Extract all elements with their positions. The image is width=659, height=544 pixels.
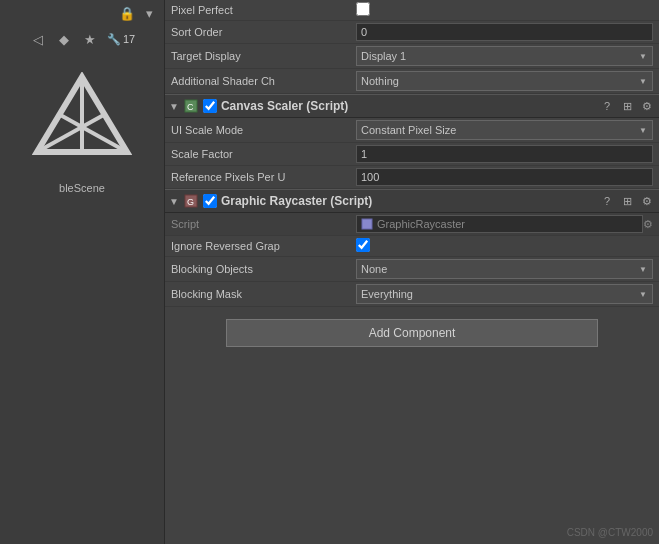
- graphic-raycaster-gear-icon[interactable]: ⚙: [639, 193, 655, 209]
- ui-scale-mode-wrapper: Constant Pixel Size Scale With Screen Si…: [356, 120, 653, 140]
- scale-factor-value: [356, 145, 653, 163]
- badge-container: 🔧 17: [107, 33, 135, 46]
- canvas-scaler-title: Canvas Scaler (Script): [221, 99, 348, 113]
- add-component-button[interactable]: Add Component: [226, 319, 598, 347]
- canvas-scaler-actions: ? ⊞ ⚙: [599, 98, 655, 114]
- toolbar-row: 🔒 ▾: [0, 0, 164, 26]
- blocking-mask-wrapper: Nothing Everything Default: [356, 284, 653, 304]
- script-file-icon: [361, 218, 373, 230]
- canvas-scaler-gear-icon[interactable]: ⚙: [639, 98, 655, 114]
- reference-pixels-label: Reference Pixels Per U: [171, 171, 356, 183]
- icon-row: ◁ ◆ ★ 🔧 17: [0, 26, 164, 52]
- script-settings-icon[interactable]: ⚙: [643, 218, 653, 231]
- additional-shader-select[interactable]: Nothing Everything: [356, 71, 653, 91]
- graphic-raycaster-enable-checkbox[interactable]: [203, 194, 217, 208]
- left-panel: 🔒 ▾ ◁ ◆ ★ 🔧 17 bleScene: [0, 0, 165, 544]
- additional-shader-wrapper: Nothing Everything: [356, 71, 653, 91]
- scale-factor-label: Scale Factor: [171, 148, 356, 160]
- blocking-objects-row: Blocking Objects None Two D Three D All: [165, 257, 659, 282]
- graphic-raycaster-help-icon[interactable]: ?: [599, 193, 615, 209]
- graphic-raycaster-edit-icon[interactable]: ⊞: [619, 193, 635, 209]
- sort-order-label: Sort Order: [171, 26, 356, 38]
- reference-pixels-input[interactable]: [356, 168, 653, 186]
- blocking-mask-select[interactable]: Nothing Everything Default: [356, 284, 653, 304]
- ui-scale-mode-label: UI Scale Mode: [171, 124, 356, 136]
- canvas-scaler-edit-icon[interactable]: ⊞: [619, 98, 635, 114]
- svg-text:G: G: [187, 197, 194, 207]
- ignore-reversed-label: Ignore Reversed Grap: [171, 240, 356, 252]
- target-display-row: Target Display Display 1 Display 2: [165, 44, 659, 69]
- target-display-wrapper: Display 1 Display 2: [356, 46, 653, 66]
- svg-text:C: C: [187, 102, 194, 112]
- canvas-scaler-header: ▼ C Canvas Scaler (Script) ? ⊞ ⚙: [165, 94, 659, 118]
- pixel-perfect-value: [356, 2, 653, 18]
- additional-shader-row: Additional Shader Ch Nothing Everything: [165, 69, 659, 94]
- graphic-raycaster-icon: G: [183, 193, 199, 209]
- ignore-reversed-value: [356, 238, 653, 254]
- canvas-scaler-foldout[interactable]: ▼: [169, 101, 179, 112]
- script-value-text: GraphicRaycaster: [377, 218, 465, 230]
- blocking-objects-wrapper: None Two D Three D All: [356, 259, 653, 279]
- ignore-reversed-checkbox[interactable]: [356, 238, 370, 252]
- scale-factor-row: Scale Factor: [165, 143, 659, 166]
- watermark: CSDN @CTW2000: [567, 527, 653, 538]
- lock-icon[interactable]: 🔒: [118, 4, 136, 22]
- script-label: Script: [171, 218, 356, 230]
- ui-scale-mode-select[interactable]: Constant Pixel Size Scale With Screen Si…: [356, 120, 653, 140]
- blocking-objects-label: Blocking Objects: [171, 263, 356, 275]
- graphic-raycaster-foldout[interactable]: ▼: [169, 196, 179, 207]
- badge-icon: 🔧: [107, 33, 121, 46]
- blocking-mask-row: Blocking Mask Nothing Everything Default: [165, 282, 659, 307]
- add-component-container: Add Component: [165, 307, 659, 359]
- ui-scale-mode-row: UI Scale Mode Constant Pixel Size Scale …: [165, 118, 659, 143]
- graphic-raycaster-actions: ? ⊞ ⚙: [599, 193, 655, 209]
- script-row: Script GraphicRaycaster ⚙: [165, 213, 659, 236]
- main-layout: 🔒 ▾ ◁ ◆ ★ 🔧 17 bleScene Pixel Perfect: [0, 0, 659, 544]
- additional-shader-label: Additional Shader Ch: [171, 75, 356, 87]
- canvas-scaler-icon: C: [183, 98, 199, 114]
- ignore-reversed-row: Ignore Reversed Grap: [165, 236, 659, 257]
- scene-label: bleScene: [59, 182, 105, 194]
- sort-order-input[interactable]: [356, 23, 653, 41]
- sort-order-row: Sort Order: [165, 21, 659, 44]
- blocking-objects-select[interactable]: None Two D Three D All: [356, 259, 653, 279]
- right-panel: Pixel Perfect Sort Order Target Display …: [165, 0, 659, 544]
- svg-rect-8: [362, 219, 372, 229]
- star-icon[interactable]: ★: [81, 30, 99, 48]
- target-display-label: Target Display: [171, 50, 356, 62]
- badge-count: 17: [123, 33, 135, 45]
- back-icon[interactable]: ◁: [29, 30, 47, 48]
- scale-factor-input[interactable]: [356, 145, 653, 163]
- sort-order-value: [356, 23, 653, 41]
- unity-logo: [32, 72, 132, 172]
- target-display-select[interactable]: Display 1 Display 2: [356, 46, 653, 66]
- graphic-raycaster-header: ▼ G Graphic Raycaster (Script) ? ⊞ ⚙: [165, 189, 659, 213]
- pixel-perfect-checkbox[interactable]: [356, 2, 370, 16]
- menu-icon[interactable]: ▾: [140, 4, 158, 22]
- canvas-scaler-enable-checkbox[interactable]: [203, 99, 217, 113]
- script-value-container: GraphicRaycaster: [356, 215, 643, 233]
- reference-pixels-row: Reference Pixels Per U: [165, 166, 659, 189]
- pixel-perfect-row: Pixel Perfect: [165, 0, 659, 21]
- pixel-perfect-label: Pixel Perfect: [171, 4, 356, 16]
- graphic-raycaster-title: Graphic Raycaster (Script): [221, 194, 372, 208]
- reference-pixels-value: [356, 168, 653, 186]
- canvas-scaler-help-icon[interactable]: ?: [599, 98, 615, 114]
- blocking-mask-label: Blocking Mask: [171, 288, 356, 300]
- diamond-icon[interactable]: ◆: [55, 30, 73, 48]
